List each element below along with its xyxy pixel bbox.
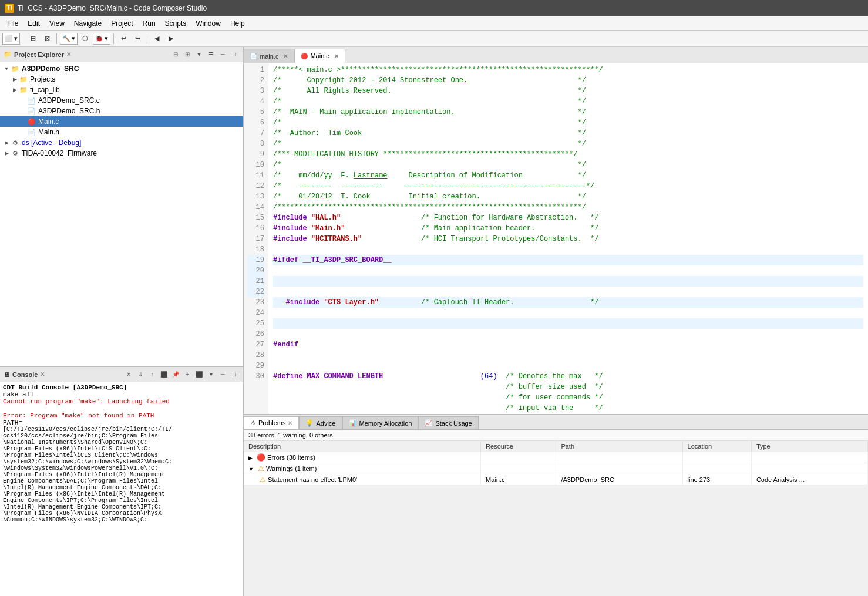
warning-item-row[interactable]: ⚠ Statement has no effect 'LPM0' Main.c … [244, 474, 868, 486]
console-scroll-lock[interactable]: ⇓ [135, 369, 146, 380]
tree-item-ti-cap[interactable]: ▶ 📁 ti_cap_lib [0, 85, 243, 95]
tab-close-1[interactable]: ✕ [334, 53, 339, 59]
menu-help[interactable]: Help [226, 18, 250, 29]
toolbar-btn-2[interactable]: ⊠ [41, 32, 53, 45]
project-explorer-badge: ✕ [66, 51, 71, 58]
tree-arrow-ds: ▶ [2, 140, 11, 146]
project-explorer-menu[interactable]: ☰ [206, 49, 216, 60]
toolbar-btn-back[interactable]: ◀ [150, 32, 163, 45]
tree-item-main-h[interactable]: 📄 Main.h [0, 127, 243, 137]
toolbar-build-dropdown[interactable]: 🔨▾ [60, 33, 78, 45]
console-header: 🖥 Console ✕ ✕ ⇓ ↑ ⬛ 📌 + ⬛ ▾ ─ □ [0, 367, 243, 382]
code-editor: 1234 5678 9101112 13141516 171819 202122… [244, 63, 868, 414]
toolbar-btn-4[interactable]: ↩ [117, 32, 130, 45]
tree-label-a3dp-h: A3DPDemo_SRC.h [38, 107, 100, 115]
menu-run[interactable]: Run [138, 18, 160, 29]
project-explorer-maximize[interactable]: □ [229, 49, 240, 60]
toolbar-sep-3 [113, 33, 114, 44]
tab-close-0[interactable]: ✕ [283, 53, 288, 59]
project-explorer-label: Project Explorer [14, 51, 64, 58]
warning-item-path: /A3DPDemo_SRC [556, 474, 682, 486]
tree-arrow-tida: ▶ [2, 150, 11, 156]
console-minimize[interactable]: ─ [217, 369, 228, 380]
menu-window[interactable]: Window [191, 18, 226, 29]
tree-item-a3dp-h[interactable]: 📄 A3DPDemo_SRC.h [0, 106, 243, 116]
console-build-title: CDT Build Console [A3DPDemo_SRC] [3, 384, 240, 391]
tree-item-a3dp-c[interactable]: 📄 A3DPDemo_SRC.c [0, 95, 243, 106]
project-explorer-icon: 📁 [4, 50, 12, 58]
tab-main-c-lowercase[interactable]: 📄 main.c ✕ [244, 49, 294, 63]
console-maximize[interactable]: □ [229, 369, 240, 380]
console-copy[interactable]: ⬛ [159, 369, 169, 380]
tree-arrow-main-c [19, 119, 27, 124]
console-badge: ✕ [40, 371, 45, 378]
problems-tab-label: Problems [258, 419, 285, 426]
project-explorer-collapse[interactable]: ⊟ [170, 49, 181, 60]
toolbar-btn-5[interactable]: ↪ [131, 32, 144, 45]
console-scroll-up[interactable]: ↑ [147, 369, 157, 380]
toolbar-debug-dropdown[interactable]: 🐞▾ [93, 33, 110, 45]
tree-item-main-c[interactable]: 🔴 Main.c [0, 116, 243, 127]
menu-navigate[interactable]: Navigate [69, 18, 106, 29]
console-clear[interactable]: ✕ [123, 369, 134, 380]
toolbar-btn-1[interactable]: ⊞ [26, 32, 39, 45]
toolbar-sep-1 [23, 33, 23, 44]
menu-file[interactable]: File [2, 18, 23, 29]
console-line-blank [3, 405, 240, 412]
advice-tab-icon: 💡 [305, 419, 314, 427]
tree-label-tida: TIDA-010042_Firmware [22, 149, 97, 157]
table-header-row: Description Resource Path Location Type [244, 441, 868, 452]
menu-bar: File Edit View Navigate Project Run Scri… [0, 16, 868, 31]
tree-item-ds[interactable]: ▶ ⚙ ds [Active - Debug] [0, 137, 243, 148]
tree-item-projects[interactable]: ▶ 📁 Projects [0, 74, 243, 85]
tree-item-tida[interactable]: ▶ ⚙ TIDA-010042_Firmware [0, 148, 243, 159]
tree-icon-a3dp-h: 📄 [27, 106, 36, 116]
col-location: Location [682, 441, 751, 452]
code-content[interactable]: /*****< main.c >************************… [268, 63, 868, 414]
tree-label-projects: Projects [30, 75, 55, 83]
tab-advice[interactable]: 💡 Advice [299, 416, 342, 429]
tree-label-ti-cap: ti_cap_lib [30, 86, 60, 94]
problems-data-table: Description Resource Path Location Type … [244, 441, 868, 486]
console-title: 🖥 Console ✕ [4, 371, 45, 378]
problems-table: Description Resource Path Location Type … [244, 441, 868, 596]
tab-problems[interactable]: ⚠ Problems ✕ [244, 416, 299, 429]
menu-scripts[interactable]: Scripts [160, 18, 191, 29]
tab-stack[interactable]: 📈 Stack Usage [418, 416, 478, 429]
tree-arrow-projects: ▶ [11, 76, 19, 82]
console-panel: 🖥 Console ✕ ✕ ⇓ ↑ ⬛ 📌 + ⬛ ▾ ─ □ [0, 367, 243, 596]
toolbar-btn-fwd[interactable]: ▶ [164, 32, 177, 45]
menu-edit[interactable]: Edit [23, 18, 45, 29]
tree-item-a3dp[interactable]: ▼ 📁 A3DPDemo_SRC [0, 63, 243, 74]
bottom-panel: ⚠ Problems ✕ 💡 Advice 📊 Memory Allocatio… [244, 414, 868, 596]
console-icon: 🖥 [4, 371, 10, 378]
toolbar-sep-4 [147, 33, 147, 44]
tree-label-main-h: Main.h [38, 128, 59, 136]
tree-label-ds: ds [Active - Debug] [22, 139, 81, 147]
toolbar-new-dropdown[interactable]: ⬜▾ [2, 33, 20, 45]
project-explorer-filter[interactable]: ▼ [194, 49, 204, 60]
tree-icon-a3dp-c: 📄 [27, 96, 36, 105]
col-description: Description [244, 441, 481, 452]
project-explorer-expand[interactable]: ⊞ [182, 49, 193, 60]
toolbar-btn-3[interactable]: ⬡ [79, 32, 92, 45]
console-pin[interactable]: 📌 [170, 369, 181, 380]
project-explorer-actions: ⊟ ⊞ ▼ ☰ ─ □ [170, 49, 240, 60]
console-dropdown[interactable]: ▾ [206, 369, 216, 380]
tree-label-a3dp: A3DPDemo_SRC [22, 65, 79, 73]
project-explorer-minimize[interactable]: ─ [217, 49, 228, 60]
toolbar: ⬜▾ ⊞ ⊠ 🔨▾ ⬡ 🐞▾ ↩ ↪ ◀ ▶ [0, 31, 868, 47]
console-open-console[interactable]: ⬛ [194, 369, 204, 380]
errors-group-row[interactable]: ▶ 🔴 Errors (38 items) [244, 452, 868, 463]
col-path: Path [556, 441, 682, 452]
tab-memory[interactable]: 📊 Memory Allocation [342, 416, 419, 429]
console-line-error1: Cannot run program "make": Launching fai… [3, 398, 240, 405]
warnings-group-row[interactable]: ▼ ⚠ Warnings (1 item) [244, 463, 868, 474]
menu-view[interactable]: View [45, 18, 69, 29]
errors-group-resource [481, 452, 556, 463]
menu-project[interactable]: Project [106, 18, 137, 29]
console-new[interactable]: + [182, 369, 193, 380]
tab-main-c[interactable]: 🔴 Main.c ✕ [294, 49, 345, 63]
console-actions: ✕ ⇓ ↑ ⬛ 📌 + ⬛ ▾ ─ □ [123, 369, 240, 380]
console-path-content: [C:/TI/ccs1120/ccs/eclipse/jre/bin/clien… [3, 426, 240, 523]
